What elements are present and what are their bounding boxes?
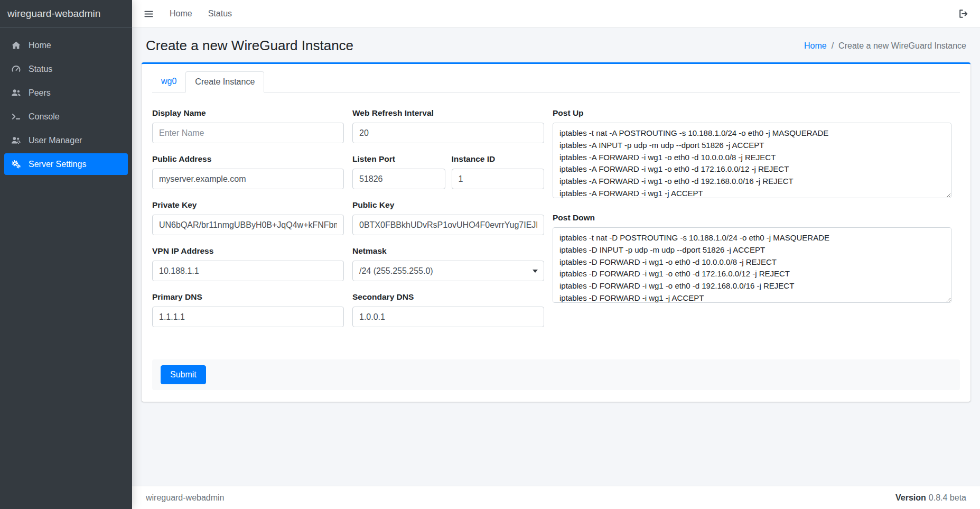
private-key-input[interactable] xyxy=(152,215,344,235)
breadcrumb: Home / Create a new WireGuard Instance xyxy=(804,41,966,51)
footer: wireguard-webadmin Version0.8.4 beta xyxy=(132,486,980,509)
public-key-input[interactable] xyxy=(352,215,544,235)
breadcrumb-home-link[interactable]: Home xyxy=(804,41,827,51)
netmask-label: Netmask xyxy=(352,246,544,256)
breadcrumb-current: Create a new WireGuard Instance xyxy=(838,41,966,51)
sidebar-item-user-manager[interactable]: User Manager xyxy=(4,129,128,151)
post-down-label: Post Down xyxy=(553,213,951,223)
web-refresh-label: Web Refresh Interval xyxy=(352,108,544,118)
primary-dns-label: Primary DNS xyxy=(152,292,344,302)
display-name-label: Display Name xyxy=(152,108,344,118)
instance-id-label: Instance ID xyxy=(452,154,545,164)
top-navbar: Home Status xyxy=(132,0,980,28)
secondary-dns-label: Secondary DNS xyxy=(352,292,544,302)
secondary-dns-input[interactable] xyxy=(352,307,544,327)
sidebar: wireguard-webadmin Home Status Peers xyxy=(0,0,132,509)
post-down-textarea[interactable]: iptables -t nat -D POSTROUTING -s 10.188… xyxy=(553,227,951,303)
navbar-link-home[interactable]: Home xyxy=(170,9,192,18)
sidebar-nav: Home Status Peers Console xyxy=(0,28,132,183)
sidebar-item-label: Home xyxy=(29,41,51,50)
private-key-label: Private Key xyxy=(152,200,344,210)
sidebar-item-console[interactable]: Console xyxy=(4,106,128,127)
status-gauge-icon xyxy=(11,63,22,75)
public-key-group: Public Key xyxy=(352,200,544,235)
sidebar-item-label: Status xyxy=(29,64,52,74)
sidebar-item-label: Console xyxy=(29,112,60,122)
form-column-left: Display Name Public Address Private Key xyxy=(152,108,344,338)
display-name-input[interactable] xyxy=(152,123,344,143)
app: wireguard-webadmin Home Status Peers xyxy=(0,0,980,509)
post-up-label: Post Up xyxy=(553,108,951,118)
sidebar-item-home[interactable]: Home xyxy=(4,34,128,56)
sidebar-item-server-settings[interactable]: Server Settings xyxy=(4,153,128,175)
display-name-group: Display Name xyxy=(152,108,344,143)
user-manager-icon xyxy=(11,135,22,146)
web-refresh-group: Web Refresh Interval xyxy=(352,108,544,143)
tab-create-instance[interactable]: Create Instance xyxy=(185,71,264,92)
sidebar-item-label: Server Settings xyxy=(29,160,86,169)
server-settings-gears-icon xyxy=(11,159,22,170)
submit-button[interactable]: Submit xyxy=(161,365,206,384)
footer-brand: wireguard-webadmin xyxy=(146,493,225,503)
post-up-group: Post Up iptables -t nat -A POSTROUTING -… xyxy=(553,108,951,200)
post-up-textarea[interactable]: iptables -t nat -A POSTROUTING -s 10.188… xyxy=(553,123,951,198)
instance-card: wg0 Create Instance Display Name Public … xyxy=(142,62,970,402)
private-key-group: Private Key xyxy=(152,200,344,235)
sidebar-item-label: User Manager xyxy=(29,136,82,145)
listen-port-label: Listen Port xyxy=(352,154,445,164)
footer-version-value: 0.8.4 beta xyxy=(929,493,966,502)
post-down-group: Post Down iptables -t nat -D POSTROUTING… xyxy=(553,213,951,305)
content-header: Create a new WireGuard Instance Home / C… xyxy=(132,28,980,62)
breadcrumb-separator: / xyxy=(832,41,834,51)
vpn-ip-label: VPN IP Address xyxy=(152,246,344,256)
main-area: Home Status Create a new WireGuard Insta… xyxy=(132,0,980,509)
instance-id-input[interactable] xyxy=(452,169,545,189)
peers-users-icon xyxy=(11,87,22,98)
netmask-select-wrap: /24 (255.255.255.0) xyxy=(352,261,544,281)
netmask-group: Netmask /24 (255.255.255.0) xyxy=(352,246,544,281)
form-column-right: Post Up iptables -t nat -A POSTROUTING -… xyxy=(553,108,960,316)
sign-out-icon[interactable] xyxy=(958,8,968,19)
primary-dns-group: Primary DNS xyxy=(152,292,344,327)
sidebar-item-status[interactable]: Status xyxy=(4,58,128,80)
secondary-dns-group: Secondary DNS xyxy=(352,292,544,327)
instance-form: Display Name Public Address Private Key xyxy=(152,108,960,338)
vpn-ip-group: VPN IP Address xyxy=(152,246,344,281)
form-column-middle: Web Refresh Interval Listen Port Instanc… xyxy=(352,108,544,338)
public-key-label: Public Key xyxy=(352,200,544,210)
brand-link[interactable]: wireguard-webadmin xyxy=(0,0,132,28)
public-address-input[interactable] xyxy=(152,169,344,189)
listen-port-input[interactable] xyxy=(352,169,445,189)
instance-card-body: wg0 Create Instance Display Name Public … xyxy=(142,64,970,402)
netmask-select[interactable]: /24 (255.255.255.0) xyxy=(352,261,544,281)
primary-dns-input[interactable] xyxy=(152,307,344,327)
submit-strip: Submit xyxy=(152,359,960,390)
content: Create a new WireGuard Instance Home / C… xyxy=(132,28,980,486)
footer-version-label: Version xyxy=(895,493,926,502)
public-address-group: Public Address xyxy=(152,154,344,189)
page-title: Create a new WireGuard Instance xyxy=(146,38,353,54)
hamburger-icon[interactable] xyxy=(144,9,154,19)
listen-port-group: Listen Port xyxy=(352,154,445,189)
home-icon xyxy=(11,40,22,51)
sidebar-item-label: Peers xyxy=(29,88,51,98)
navbar-link-status[interactable]: Status xyxy=(208,9,232,18)
public-address-label: Public Address xyxy=(152,154,344,164)
footer-version: Version0.8.4 beta xyxy=(895,493,966,503)
instance-tabs: wg0 Create Instance xyxy=(152,71,960,92)
port-instance-row: Listen Port Instance ID xyxy=(352,154,544,200)
sidebar-item-peers[interactable]: Peers xyxy=(4,82,128,104)
tab-wg0[interactable]: wg0 xyxy=(152,71,185,92)
instance-id-group: Instance ID xyxy=(452,154,545,189)
console-terminal-icon xyxy=(11,111,22,122)
web-refresh-input[interactable] xyxy=(352,123,544,143)
vpn-ip-input[interactable] xyxy=(152,261,344,281)
